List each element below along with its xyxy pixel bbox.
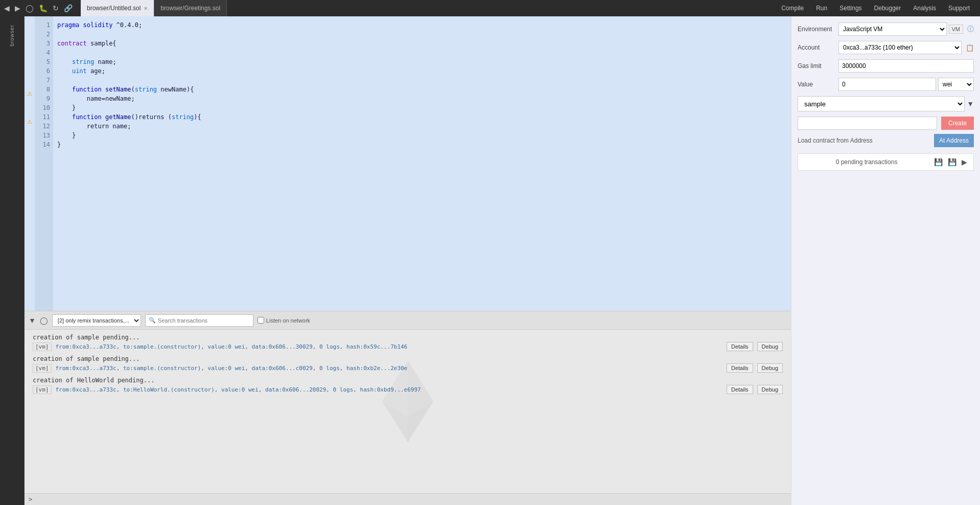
main-layout: browser ⚠ ⚠ 1 [0,16,980,505]
collapse-icon[interactable]: ▼ [29,316,36,325]
value-wrapper: wei [838,78,974,91]
tx-detail-2: [vm] from:0xca3...a733c, to:sample.(cons… [33,363,783,373]
tx-debug-btn-1[interactable]: Debug [757,342,783,351]
value-unit-select[interactable]: wei [938,78,974,91]
tx-entries: creation of sample pending... [vm] from:… [25,330,791,402]
bug-icon[interactable]: 🐛 [39,4,48,12]
create-button[interactable]: Create [941,117,974,130]
env-wrapper: JavaScript VM VM ⓘ [838,22,974,36]
line-numbers: 1234567891011121314 [35,16,53,311]
tx-badge-3: [vm] [33,385,52,394]
tx-header-1: creation of sample pending... [33,334,783,341]
pending-transactions-text: 0 pending transactions [804,158,929,166]
listen-on-network-checkbox[interactable] [258,317,264,324]
tx-details-btn-3[interactable]: Details [727,385,753,394]
contract-dropdown-arrow[interactable]: ▼ [967,100,974,108]
code-editor: ⚠ ⚠ 1234567891011121314 pragma solidity … [25,16,791,311]
bottom-panel: ▼ ◯ [2] only remix transactions,... 🔍 Li… [25,311,791,505]
tx-details-btn-2[interactable]: Details [727,363,753,373]
editor-area: ⚠ ⚠ 1234567891011121314 pragma solidity … [25,16,791,505]
clear-icon[interactable]: ◯ [40,316,48,325]
tx-details-btn-1[interactable]: Details [727,342,753,351]
tx-text-1: from:0xca3...a733c, to:sample.(construct… [56,343,722,350]
menu-compile[interactable]: Compile [775,0,810,16]
account-row: Account 0xca3...a733c (100 ether) 📋 [798,41,974,54]
tx-debug-btn-2[interactable]: Debug [757,363,783,373]
console-input-row: > [25,493,791,505]
tab-untitled-label: browser/Untitled.sol [87,5,141,12]
bottom-toolbar: ▼ ◯ [2] only remix transactions,... 🔍 Li… [25,311,791,330]
code-content[interactable]: pragma solidity ^0.4.0; contract sample{… [53,16,791,311]
tx-badge-2: [vm] [33,364,52,373]
tx-header-2: creation of sample pending... [33,355,783,362]
tab-greetings-label: browser/Greetings.sol [160,5,220,12]
account-select[interactable]: 0xca3...a733c (100 ether) [838,41,962,54]
contract-dropdown[interactable]: sample [798,96,965,111]
tx-text-3: from:0xca3...a733c, to:HelloWorld.(const… [56,386,722,393]
play-pending-icon[interactable]: ▶ [962,158,967,166]
warning-line8: ⚠ [27,89,32,98]
create-row: Create [798,117,974,130]
tx-log-area: creation of sample pending... [vm] from:… [25,330,791,493]
account-label: Account [798,44,838,51]
value-row: Value wei [798,78,974,91]
svg-marker-3 [408,401,433,442]
tx-badge-1: [vm] [33,342,52,351]
nav-back-icon[interactable]: ◀ [4,4,10,12]
tx-group-2: creation of sample pending... [vm] from:… [33,355,783,373]
refresh-icon[interactable]: ↻ [53,4,59,12]
tx-detail-3: [vm] from:0xca3...a733c, to:HelloWorld.(… [33,385,783,394]
svg-marker-1 [382,401,433,442]
tx-header-3: creation of HelloWorld pending... [33,377,783,384]
top-menu: Compile Run Settings Debugger Analysis S… [775,0,976,16]
tx-text-2: from:0xca3...a733c, to:sample.(construct… [56,365,722,372]
topbar-icons: ◀ ▶ ◯ 🐛 ↻ 🔗 [4,4,73,12]
gas-limit-label: Gas limit [798,62,838,70]
tx-detail-1: [vm] from:0xca3...a733c, to:sample.(cons… [33,342,783,351]
right-panel: Environment JavaScript VM VM ⓘ Account 0… [791,16,980,505]
environment-label: Environment [798,26,838,33]
warning-line11: ⚠ [27,118,32,126]
sidebar: browser [0,16,25,505]
tx-group-3: creation of HelloWorld pending... [vm] f… [33,377,783,394]
at-address-button[interactable]: At Address [934,134,974,147]
value-input[interactable] [838,78,936,91]
search-icon: 🔍 [149,317,156,324]
environment-row: Environment JavaScript VM VM ⓘ [798,22,974,36]
save-file-icon[interactable]: 💾 [948,158,956,166]
pending-transactions-box: 0 pending transactions 💾 💾 ▶ [798,153,974,171]
tx-group-1: creation of sample pending... [vm] from:… [33,334,783,351]
menu-analysis[interactable]: Analysis [907,0,942,16]
warning-gutter: ⚠ ⚠ [25,16,35,311]
load-contract-row: Load contract from Address At Address [798,134,974,147]
search-container: 🔍 [145,314,253,327]
sidebar-label: browser [9,20,15,51]
tab-bar: browser/Untitled.sol ✕ browser/Greetings… [81,0,771,16]
gas-limit-input[interactable] [838,59,974,73]
environment-select[interactable]: JavaScript VM [838,22,947,36]
tx-debug-btn-3[interactable]: Debug [757,385,783,394]
tab-untitled-sol[interactable]: browser/Untitled.sol ✕ [81,0,154,16]
console-prompt: > [29,496,32,503]
menu-run[interactable]: Run [810,0,833,16]
copy-icon[interactable]: 📋 [966,44,974,52]
create-address-input[interactable] [798,117,937,130]
contract-select-wrap: sample ▼ [798,96,974,111]
menu-support[interactable]: Support [942,0,976,16]
github-icon[interactable]: ◯ [26,4,34,12]
info-icon[interactable]: ⓘ [967,25,974,34]
topbar: ◀ ▶ ◯ 🐛 ↻ 🔗 browser/Untitled.sol ✕ brows… [0,0,980,16]
tab-close-icon[interactable]: ✕ [144,6,148,11]
search-input[interactable] [158,317,250,324]
save-pending-icon[interactable]: 💾 [934,158,943,166]
account-wrapper: 0xca3...a733c (100 ether) 📋 [838,41,974,54]
menu-settings[interactable]: Settings [833,0,868,16]
tab-greetings-sol[interactable]: browser/Greetings.sol [154,0,227,16]
console-input[interactable] [35,496,787,503]
nav-forward-icon[interactable]: ▶ [15,4,20,12]
filter-select[interactable]: [2] only remix transactions,... [52,314,141,327]
menu-debugger[interactable]: Debugger [868,0,907,16]
load-contract-label: Load contract from Address [798,137,930,144]
vm-badge: VM [949,25,964,34]
link-icon[interactable]: 🔗 [64,4,73,12]
